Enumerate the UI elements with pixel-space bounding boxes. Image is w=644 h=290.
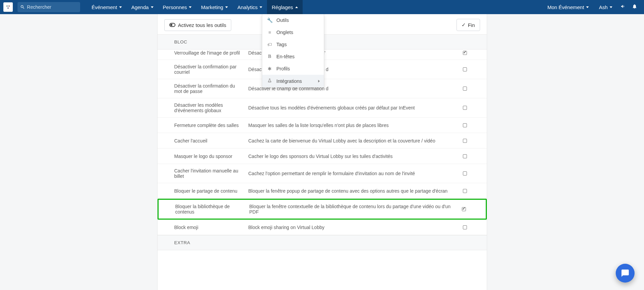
checkbox[interactable]: [463, 51, 467, 55]
row-description: Cachez la carte de bienvenue du Virtual …: [248, 138, 460, 143]
dropdown-label: En-têtes: [276, 54, 295, 59]
setting-row: Block emojiBlock emoji sharing on Virtua…: [158, 220, 487, 235]
chevron-down-icon: [225, 6, 228, 8]
navbar-right: Mon Événement Ash: [545, 0, 641, 14]
nav-item-personnes[interactable]: Personnes: [158, 0, 197, 14]
activate-all-button[interactable]: Activez tous les outils: [164, 19, 231, 31]
dropdown-label: Profils: [276, 66, 290, 71]
nav-item-my-event[interactable]: Mon Événement: [545, 0, 591, 14]
bold-icon: B: [267, 54, 272, 59]
row-description: Bloquer la fenêtre popup de partage de c…: [248, 188, 460, 194]
row-description: Bloquer la fenêtre contextuelle de la bi…: [249, 204, 459, 215]
checkbox[interactable]: [462, 207, 466, 211]
chat-bubble-button[interactable]: [616, 264, 635, 283]
bell-icon[interactable]: [632, 4, 637, 11]
row-title: Désactiver la confirmation par courriel: [174, 64, 248, 75]
chat-icon: [621, 269, 630, 278]
megaphone-icon[interactable]: [620, 4, 626, 11]
dropdown-item-tags[interactable]: 🏷 Tags: [262, 38, 324, 51]
checkbox[interactable]: [463, 139, 467, 143]
dropdown-item-onglets[interactable]: ≡ Onglets: [262, 26, 324, 38]
row-checkbox-col: [460, 67, 470, 71]
setting-row: Cacher l'accueilCachez la carte de bienv…: [158, 133, 487, 149]
checkbox[interactable]: [463, 189, 467, 193]
nav-item-evenement[interactable]: Événement: [87, 0, 127, 14]
checkbox[interactable]: [463, 171, 467, 175]
svg-point-1: [8, 5, 10, 7]
nav-label: Personnes: [163, 4, 187, 10]
settings-dropdown: 🔧 Outils ≡ Onglets 🏷 Tags B En-têtes ✱ P…: [262, 14, 324, 88]
nav-label: Mon Événement: [547, 4, 584, 10]
button-label: Fin: [468, 22, 475, 28]
asterisk-icon: ✱: [267, 66, 272, 71]
chevron-down-icon: [260, 6, 262, 8]
row-title: Cacher l'accueil: [174, 138, 248, 143]
dropdown-label: Tags: [276, 42, 287, 47]
setting-row: Bloquer le partage de contenuBloquer la …: [158, 183, 487, 199]
row-checkbox-col: [460, 106, 470, 110]
svg-point-2: [7, 7, 9, 9]
dropdown-item-outils[interactable]: 🔧 Outils: [262, 14, 324, 26]
chevron-down-icon: [586, 6, 589, 8]
row-description: Désactive tous les modèles d'événements …: [248, 105, 460, 110]
setting-row: Désactiver les modèles d'événements glob…: [158, 98, 487, 118]
row-checkbox-col: [460, 123, 470, 127]
nav-item-analytics[interactable]: Analytics: [233, 0, 267, 14]
row-checkbox-col: [460, 225, 470, 229]
nav-label: Agenda: [131, 4, 149, 10]
chevron-down-icon: [189, 6, 192, 8]
done-button[interactable]: ✓ Fin: [456, 19, 480, 31]
checkbox[interactable]: [463, 123, 467, 127]
chevron-down-icon: [119, 6, 122, 8]
flask-icon: [267, 78, 272, 84]
navbar-left: [3, 2, 80, 12]
top-navbar: Événement Agenda Personnes Marketing Ana…: [0, 0, 644, 14]
checkbox[interactable]: [463, 106, 467, 110]
toggle-icon: [169, 23, 175, 27]
dropdown-item-profils[interactable]: ✱ Profils: [262, 63, 324, 75]
row-title: Block emoji: [174, 225, 248, 230]
dropdown-label: Onglets: [276, 30, 293, 35]
chevron-down-icon: [151, 6, 154, 8]
row-description: Cachez l'option permettant de remplir le…: [248, 171, 460, 176]
dropdown-item-integrations[interactable]: Intégrations: [262, 75, 324, 87]
nav-item-marketing[interactable]: Marketing: [196, 0, 233, 14]
section-header-extra: EXTRA: [158, 235, 487, 250]
row-title: Bloquer le partage de contenu: [174, 188, 248, 194]
setting-row: Fermeture complète des sallesMasquer les…: [158, 118, 487, 133]
chevron-down-icon: [610, 6, 612, 8]
row-description: Block emoji sharing on Virtual Lobby: [248, 225, 460, 230]
chevron-up-icon: [295, 6, 298, 8]
setting-row: Bloquer la bibliothèque de contenusBloqu…: [158, 199, 487, 220]
row-checkbox-col: [459, 207, 469, 211]
row-checkbox-col: [460, 87, 470, 91]
nav-label: Marketing: [201, 4, 223, 10]
dropdown-item-entetes[interactable]: B En-têtes: [262, 51, 324, 63]
row-title: Masquer le logo du sponsor: [174, 154, 248, 159]
logo[interactable]: [3, 2, 13, 12]
row-title: Bloquer la bibliothèque de contenus: [175, 204, 249, 215]
row-checkbox-col: [460, 171, 470, 175]
setting-row: Cacher l'invitation manuelle au billetCa…: [158, 164, 487, 183]
row-checkbox-col: [460, 154, 470, 158]
button-label: Activez tous les outils: [178, 22, 226, 28]
checkbox[interactable]: [463, 67, 467, 71]
row-checkbox-col: [460, 51, 470, 55]
nav-menu: Événement Agenda Personnes Marketing Ana…: [87, 0, 303, 14]
checkbox[interactable]: [463, 154, 467, 158]
chevron-right-icon: [318, 80, 320, 83]
wrench-icon: 🔧: [267, 18, 272, 23]
setting-row: Masquer le logo du sponsorCacher le logo…: [158, 149, 487, 164]
checkbox[interactable]: [463, 225, 467, 229]
dropdown-label: Outils: [276, 18, 289, 23]
nav-item-user[interactable]: Ash: [597, 0, 614, 14]
checkbox[interactable]: [463, 87, 467, 91]
search-input[interactable]: [27, 4, 77, 10]
dropdown-label: Intégrations: [276, 78, 302, 84]
nav-item-agenda[interactable]: Agenda: [127, 0, 158, 14]
search-box[interactable]: [18, 2, 80, 12]
nav-label: Événement: [92, 4, 117, 10]
nav-item-reglages[interactable]: Réglages: [267, 0, 302, 14]
list-icon: ≡: [267, 30, 272, 35]
check-icon: ✓: [462, 22, 466, 28]
